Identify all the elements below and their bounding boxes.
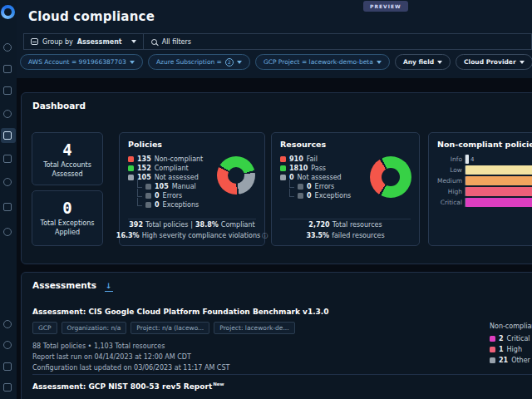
sidebar-icon-selected[interactable] bbox=[3, 131, 12, 140]
chevron-down-icon bbox=[131, 40, 136, 43]
legend-item: 2Critical bbox=[490, 333, 532, 344]
legend-subitem: 0Exceptions bbox=[137, 200, 203, 209]
group-by-label: Group by bbox=[42, 38, 73, 46]
all-filters-input[interactable]: All filters bbox=[144, 34, 531, 49]
chevron-down-icon bbox=[237, 61, 242, 64]
sidebar-icon[interactable] bbox=[3, 178, 12, 186]
sidebar-icon[interactable] bbox=[3, 65, 12, 73]
legend-swatch bbox=[145, 202, 151, 208]
new-badge: New bbox=[213, 382, 224, 387]
sidebar-icon[interactable] bbox=[3, 155, 12, 163]
chevron-down-icon bbox=[520, 61, 525, 64]
severity-bar-track bbox=[465, 187, 532, 196]
sidebar-icon[interactable] bbox=[3, 43, 12, 52]
legend-swatch bbox=[490, 336, 495, 342]
legend-swatch bbox=[145, 184, 151, 190]
severity-bar-chart: Info4LowMediumHighCritical bbox=[437, 154, 532, 208]
sidebar-icon[interactable] bbox=[3, 203, 12, 211]
legend-swatch bbox=[145, 193, 151, 199]
filter-chip-gcp-project[interactable]: GCP Project = lacework-demo-beta bbox=[255, 54, 390, 70]
assessments-title: Assessments bbox=[32, 280, 113, 292]
tag-organization[interactable]: Organization: n/a bbox=[62, 322, 127, 334]
assessment-tags: GCP Organization: n/a Project: n/a (lace… bbox=[32, 322, 329, 334]
resources-card: Resources 910Fail 1810Pass 0Not assessed… bbox=[271, 132, 420, 246]
sidebar-icon[interactable] bbox=[3, 362, 12, 371]
resources-card-title: Resources bbox=[280, 140, 326, 149]
legend-swatch bbox=[280, 156, 286, 162]
tag-project-1[interactable]: Project: n/a (lacewo... bbox=[131, 322, 209, 334]
legend-item: 21Other bbox=[490, 355, 532, 366]
donut-hole bbox=[382, 168, 400, 186]
severity-bar-row: Medium bbox=[437, 175, 532, 186]
lacework-logo-icon[interactable] bbox=[1, 5, 15, 19]
sidebar-icon[interactable] bbox=[3, 110, 12, 118]
resources-donut-chart bbox=[370, 156, 411, 198]
legend-subitem: 105Manual bbox=[137, 182, 203, 191]
divider bbox=[32, 374, 532, 375]
severity-tick-label: Info bbox=[437, 155, 465, 163]
cloud-provider-dropdown[interactable]: Cloud Provider bbox=[456, 54, 532, 70]
legend-item: 1810Pass bbox=[280, 164, 351, 173]
download-icon[interactable] bbox=[105, 283, 113, 292]
sidebar-icon[interactable] bbox=[3, 86, 12, 95]
legend-subitem: 0Exceptions bbox=[289, 191, 351, 200]
sidebar-icon[interactable] bbox=[3, 320, 12, 328]
divider bbox=[128, 219, 256, 219]
legend-item: 1High bbox=[490, 344, 532, 355]
tag-project-2[interactable]: Project: lacework-de... bbox=[214, 322, 294, 334]
all-filters-placeholder: All filters bbox=[162, 38, 191, 46]
severity-bar bbox=[466, 176, 532, 185]
noncompliant-legend: Non-compliant 2Critical 1High 21Other bbox=[490, 323, 532, 366]
severity-tick-label: Medium bbox=[437, 177, 465, 185]
group-by-dropdown[interactable]: Group by Assessment bbox=[24, 34, 144, 49]
sidebar-nav bbox=[0, 0, 17, 399]
sidebar-icon[interactable] bbox=[3, 341, 12, 349]
total-accounts-label: Total Accounts Assessed bbox=[37, 161, 98, 180]
legend-subitem: 0Errors bbox=[289, 182, 351, 191]
policies-footer: 392 Total policies | 38.8% Compliant 16.… bbox=[120, 220, 264, 241]
policies-card: Policies 135Non-compliant 152Compliant 1… bbox=[119, 132, 265, 246]
sidebar-icon[interactable] bbox=[3, 228, 12, 236]
tag-gcp[interactable]: GCP bbox=[32, 322, 57, 334]
severity-bar bbox=[466, 155, 469, 164]
total-exceptions-card: 0 Total Exceptions Applied bbox=[32, 190, 103, 246]
total-exceptions-label: Total Exceptions Applied bbox=[37, 219, 98, 238]
assessment-name: Assessment: GCP NIST 800-53 rev5 ReportN… bbox=[32, 382, 224, 391]
totals-line: 88 Total policies • 1,103 Total resource… bbox=[32, 342, 329, 352]
config-updated-line: Configuration last updated on 03/06/2023… bbox=[32, 363, 329, 374]
severity-bar-row: High bbox=[437, 186, 532, 197]
severity-bar-row: Critical bbox=[437, 197, 532, 208]
total-accounts-card: 4 Total Accounts Assessed bbox=[32, 132, 103, 185]
severity-card: Non-compliant policies by severity Info4… bbox=[428, 132, 532, 246]
assessment-row[interactable]: Assessment: CIS Google Cloud Platform Fo… bbox=[32, 308, 329, 373]
chip-label: Cloud Provider bbox=[464, 58, 516, 66]
severity-tick-label: Low bbox=[437, 166, 465, 174]
group-by-icon bbox=[31, 38, 38, 45]
search-icon bbox=[151, 39, 157, 45]
assessment-row[interactable]: Assessment: GCP NIST 800-53 rev5 ReportN… bbox=[32, 382, 224, 391]
resources-footer: 2,720 Total resources 33.5% failed resou… bbox=[272, 220, 419, 241]
severity-bar-row: Info4 bbox=[437, 154, 532, 165]
chevron-down-icon bbox=[377, 61, 382, 64]
legend-subitem: 0Errors bbox=[137, 191, 203, 200]
assessments-panel: Assessments Assessment: CIS Google Cloud… bbox=[21, 272, 532, 399]
resources-legend: 910Fail 1810Pass 0Not assessed 0Errors 0… bbox=[280, 155, 351, 200]
count-badge: 2 bbox=[225, 58, 234, 66]
severity-tick-label: Critical bbox=[437, 199, 465, 206]
last-run-line: Report last run on 04/14/2023 at 12:00 A… bbox=[32, 352, 329, 363]
legend-swatch bbox=[128, 165, 134, 171]
any-field-dropdown[interactable]: Any field bbox=[395, 54, 451, 70]
severity-bar-track: 4 bbox=[465, 155, 532, 164]
info-icon[interactable]: High severity compliance violations bbox=[142, 231, 268, 241]
policies-donut-chart bbox=[217, 156, 255, 195]
page-title: Cloud compliance bbox=[28, 9, 155, 24]
filter-chip-azure-subscription[interactable]: Azure Subscription = 2 bbox=[148, 54, 250, 70]
filter-chip-aws-account[interactable]: AWS Account = 991966387703 bbox=[20, 54, 143, 70]
chip-label: AWS Account = 991966387703 bbox=[28, 58, 126, 66]
legend-swatch bbox=[128, 175, 134, 180]
legend-swatch bbox=[490, 347, 495, 352]
sidebar-icon[interactable] bbox=[3, 383, 12, 392]
legend-swatch bbox=[280, 165, 286, 171]
severity-card-title: Non-compliant policies by severity bbox=[437, 140, 532, 149]
policies-card-title: Policies bbox=[128, 140, 162, 149]
